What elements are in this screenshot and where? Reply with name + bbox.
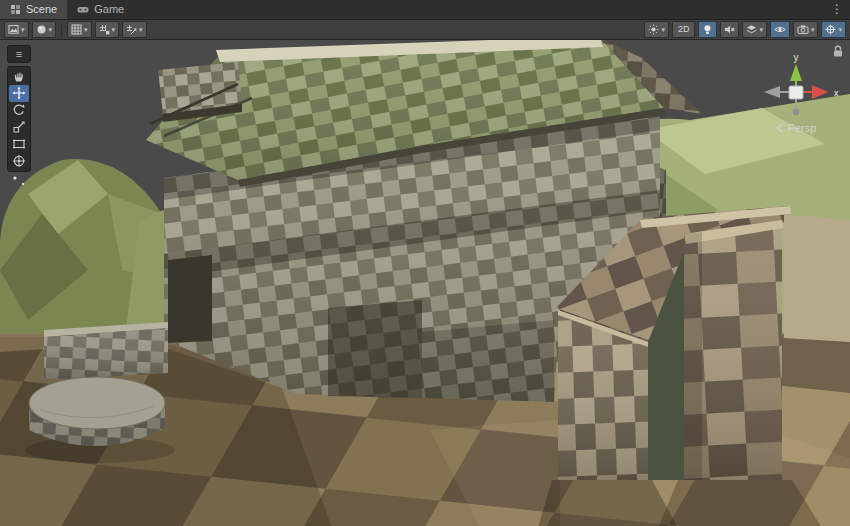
transform-tool-button[interactable] <box>9 153 29 170</box>
rotate-icon <box>12 103 26 117</box>
speaker-mute-icon <box>724 24 735 35</box>
dropdown-arrow-icon: ▾ <box>112 26 116 33</box>
tool-palette-buttons <box>7 66 31 172</box>
visibility-toggle[interactable] <box>770 21 790 38</box>
snap-settings-dropdown[interactable]: ▾ <box>95 21 120 38</box>
scene-effects-dropdown[interactable]: ▾ <box>644 21 669 38</box>
scale-icon <box>12 120 26 134</box>
lighting-toggle[interactable] <box>698 21 717 38</box>
2d-toggle-label: 2D <box>676 25 692 34</box>
shaded-sphere-icon <box>36 24 47 35</box>
scene-toolbar: ▾ ▾ ▾ ▾ <box>0 20 850 40</box>
dropdown-arrow-icon: ▾ <box>759 26 763 33</box>
tool-settings-dropdown[interactable]: ▾ <box>4 21 29 38</box>
scene-3d-view[interactable] <box>0 40 850 526</box>
rect-tool-button[interactable] <box>9 136 29 153</box>
gizmos-crosshair-icon <box>825 24 836 35</box>
dropdown-arrow-icon: ▾ <box>21 26 25 33</box>
dropdown-arrow-icon: ▾ <box>139 26 143 33</box>
draw-mode-dropdown[interactable]: ▾ <box>32 21 57 38</box>
rotate-tool-button[interactable] <box>9 102 29 119</box>
projection-toggle[interactable]: Persp <box>748 122 844 134</box>
lightbulb-icon <box>702 24 713 35</box>
effects-dropdown[interactable]: ▾ <box>742 21 767 38</box>
scene-tab-icon <box>10 4 21 15</box>
eye-icon <box>774 24 786 35</box>
tab-game-label: Game <box>94 3 124 15</box>
scene-viewport[interactable]: ≡ <box>0 40 850 526</box>
2d-toggle[interactable]: 2D <box>672 21 696 38</box>
snap-grid-icon <box>99 24 110 35</box>
y-axis-cone[interactable] <box>790 64 802 81</box>
grid-icon <box>71 24 82 35</box>
tool-palette: ≡ <box>7 45 31 172</box>
x-axis-cone[interactable] <box>812 85 828 99</box>
negative-y-axis-handle[interactable] <box>793 109 799 115</box>
overlay-menu-icon[interactable]: ≡ <box>9 47 29 61</box>
rect-tool-icon <box>12 137 26 151</box>
gizmo-center-cube[interactable] <box>789 86 803 99</box>
move-tool-button[interactable] <box>9 85 29 102</box>
camera-dropdown[interactable]: ▾ <box>793 21 819 38</box>
move-icon <box>12 86 26 100</box>
gizmos-dropdown[interactable]: ▾ <box>821 21 846 38</box>
tab-scene-label: Scene <box>26 3 57 15</box>
dropdown-arrow-icon: ▾ <box>84 26 88 33</box>
snap-move-icon <box>126 24 137 35</box>
well-model[interactable] <box>25 377 175 463</box>
transform-icon <box>12 154 26 168</box>
tool-settings-icon <box>8 24 19 35</box>
dropdown-arrow-icon: ▾ <box>838 26 842 33</box>
grid-visibility-dropdown[interactable]: ▾ <box>67 21 92 38</box>
kebab-menu-icon[interactable]: ⋮ <box>824 0 850 19</box>
scale-tool-button[interactable] <box>9 119 29 136</box>
tab-bar: Scene Game ⋮ <box>0 0 850 20</box>
tab-game[interactable]: Game <box>67 0 134 19</box>
axis-y-label[interactable]: y <box>794 52 799 63</box>
audio-mute-toggle[interactable] <box>720 21 739 38</box>
tab-scene[interactable]: Scene <box>0 0 67 19</box>
dropdown-arrow-icon: ▾ <box>661 26 665 33</box>
game-tab-icon <box>77 4 89 15</box>
hand-icon <box>12 69 26 83</box>
axis-x-label[interactable]: x <box>834 88 839 98</box>
camera-icon <box>797 24 809 35</box>
axis-gizmo[interactable]: y x <box>750 52 842 118</box>
projection-label: Persp <box>788 122 817 134</box>
negative-x-axis-cone[interactable] <box>764 86 780 98</box>
perspective-icon <box>776 123 784 133</box>
layers-icon <box>746 24 757 35</box>
snap-move-dropdown[interactable]: ▾ <box>122 21 147 38</box>
orientation-gizmo[interactable]: y x Persp <box>748 52 844 134</box>
dropdown-arrow-icon: ▾ <box>811 26 815 33</box>
tool-palette-handle[interactable]: ≡ <box>7 45 31 63</box>
hand-tool-button[interactable] <box>9 68 29 85</box>
unity-editor-window: Scene Game ⋮ ▾ ▾ <box>0 0 850 526</box>
sun-icon <box>648 24 659 35</box>
dropdown-arrow-icon: ▾ <box>49 26 53 33</box>
boundary-wall-model[interactable] <box>44 322 168 380</box>
toolbar-separator <box>61 23 62 36</box>
